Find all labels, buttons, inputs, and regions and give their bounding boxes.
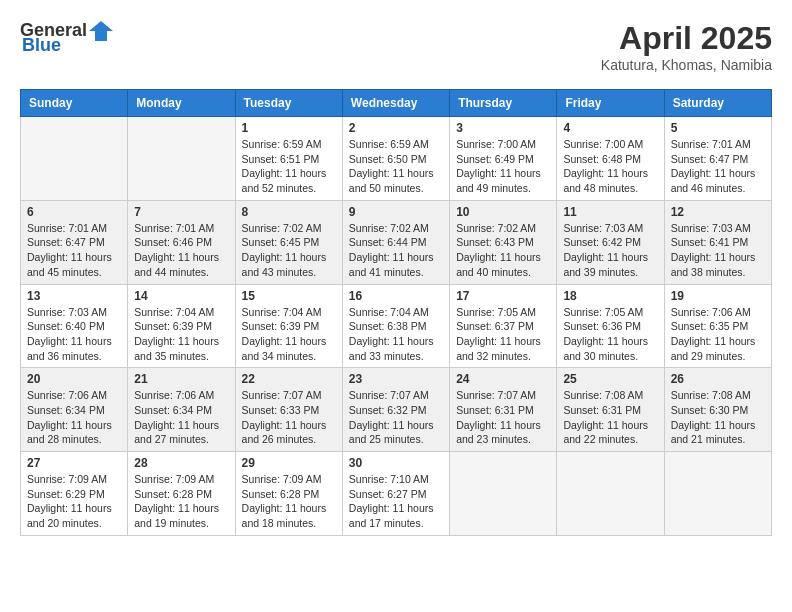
day-number: 10 [456, 205, 550, 219]
day-info: Sunrise: 7:03 AMSunset: 6:40 PMDaylight:… [27, 305, 121, 364]
calendar-cell: 14Sunrise: 7:04 AMSunset: 6:39 PMDayligh… [128, 284, 235, 368]
calendar-cell [128, 117, 235, 201]
calendar-cell: 19Sunrise: 7:06 AMSunset: 6:35 PMDayligh… [664, 284, 771, 368]
day-number: 9 [349, 205, 443, 219]
day-info: Sunrise: 7:02 AMSunset: 6:44 PMDaylight:… [349, 221, 443, 280]
day-info: Sunrise: 7:05 AMSunset: 6:36 PMDaylight:… [563, 305, 657, 364]
day-info: Sunrise: 7:09 AMSunset: 6:29 PMDaylight:… [27, 472, 121, 531]
day-number: 20 [27, 372, 121, 386]
calendar-cell: 21Sunrise: 7:06 AMSunset: 6:34 PMDayligh… [128, 368, 235, 452]
calendar-cell: 29Sunrise: 7:09 AMSunset: 6:28 PMDayligh… [235, 452, 342, 536]
day-info: Sunrise: 7:04 AMSunset: 6:39 PMDaylight:… [134, 305, 228, 364]
day-number: 12 [671, 205, 765, 219]
day-number: 26 [671, 372, 765, 386]
month-title: April 2025 [601, 20, 772, 57]
day-info: Sunrise: 7:01 AMSunset: 6:46 PMDaylight:… [134, 221, 228, 280]
day-number: 28 [134, 456, 228, 470]
calendar-cell: 23Sunrise: 7:07 AMSunset: 6:32 PMDayligh… [342, 368, 449, 452]
calendar-cell: 15Sunrise: 7:04 AMSunset: 6:39 PMDayligh… [235, 284, 342, 368]
calendar-cell: 1Sunrise: 6:59 AMSunset: 6:51 PMDaylight… [235, 117, 342, 201]
week-row-1: 1Sunrise: 6:59 AMSunset: 6:51 PMDaylight… [21, 117, 772, 201]
day-info: Sunrise: 7:00 AMSunset: 6:49 PMDaylight:… [456, 137, 550, 196]
day-number: 18 [563, 289, 657, 303]
day-number: 11 [563, 205, 657, 219]
day-number: 29 [242, 456, 336, 470]
calendar-cell: 3Sunrise: 7:00 AMSunset: 6:49 PMDaylight… [450, 117, 557, 201]
title-section: April 2025 Katutura, Khomas, Namibia [601, 20, 772, 73]
day-info: Sunrise: 7:07 AMSunset: 6:33 PMDaylight:… [242, 388, 336, 447]
page-header: General Blue April 2025 Katutura, Khomas… [20, 20, 772, 73]
day-number: 24 [456, 372, 550, 386]
day-number: 6 [27, 205, 121, 219]
week-row-5: 27Sunrise: 7:09 AMSunset: 6:29 PMDayligh… [21, 452, 772, 536]
calendar-cell [450, 452, 557, 536]
day-info: Sunrise: 7:07 AMSunset: 6:31 PMDaylight:… [456, 388, 550, 447]
day-info: Sunrise: 7:09 AMSunset: 6:28 PMDaylight:… [134, 472, 228, 531]
day-number: 3 [456, 121, 550, 135]
week-row-3: 13Sunrise: 7:03 AMSunset: 6:40 PMDayligh… [21, 284, 772, 368]
day-info: Sunrise: 7:01 AMSunset: 6:47 PMDaylight:… [27, 221, 121, 280]
logo-blue-text: Blue [22, 35, 61, 56]
calendar-cell: 27Sunrise: 7:09 AMSunset: 6:29 PMDayligh… [21, 452, 128, 536]
calendar-cell: 25Sunrise: 7:08 AMSunset: 6:31 PMDayligh… [557, 368, 664, 452]
calendar-cell: 4Sunrise: 7:00 AMSunset: 6:48 PMDaylight… [557, 117, 664, 201]
svg-marker-0 [89, 21, 113, 41]
day-info: Sunrise: 6:59 AMSunset: 6:50 PMDaylight:… [349, 137, 443, 196]
logo-icon [89, 21, 113, 41]
day-number: 23 [349, 372, 443, 386]
calendar-cell: 7Sunrise: 7:01 AMSunset: 6:46 PMDaylight… [128, 200, 235, 284]
day-info: Sunrise: 7:03 AMSunset: 6:41 PMDaylight:… [671, 221, 765, 280]
logo: General Blue [20, 20, 115, 56]
calendar-cell: 26Sunrise: 7:08 AMSunset: 6:30 PMDayligh… [664, 368, 771, 452]
calendar-cell: 11Sunrise: 7:03 AMSunset: 6:42 PMDayligh… [557, 200, 664, 284]
header-sunday: Sunday [21, 90, 128, 117]
day-info: Sunrise: 6:59 AMSunset: 6:51 PMDaylight:… [242, 137, 336, 196]
calendar-cell: 10Sunrise: 7:02 AMSunset: 6:43 PMDayligh… [450, 200, 557, 284]
day-number: 5 [671, 121, 765, 135]
calendar-cell: 8Sunrise: 7:02 AMSunset: 6:45 PMDaylight… [235, 200, 342, 284]
day-number: 15 [242, 289, 336, 303]
day-info: Sunrise: 7:05 AMSunset: 6:37 PMDaylight:… [456, 305, 550, 364]
day-number: 27 [27, 456, 121, 470]
calendar-cell: 12Sunrise: 7:03 AMSunset: 6:41 PMDayligh… [664, 200, 771, 284]
day-info: Sunrise: 7:04 AMSunset: 6:38 PMDaylight:… [349, 305, 443, 364]
day-info: Sunrise: 7:10 AMSunset: 6:27 PMDaylight:… [349, 472, 443, 531]
day-info: Sunrise: 7:00 AMSunset: 6:48 PMDaylight:… [563, 137, 657, 196]
day-number: 8 [242, 205, 336, 219]
calendar-cell: 17Sunrise: 7:05 AMSunset: 6:37 PMDayligh… [450, 284, 557, 368]
day-number: 19 [671, 289, 765, 303]
day-info: Sunrise: 7:06 AMSunset: 6:34 PMDaylight:… [27, 388, 121, 447]
calendar-cell: 22Sunrise: 7:07 AMSunset: 6:33 PMDayligh… [235, 368, 342, 452]
day-number: 7 [134, 205, 228, 219]
calendar-table: Sunday Monday Tuesday Wednesday Thursday… [20, 89, 772, 536]
day-info: Sunrise: 7:02 AMSunset: 6:43 PMDaylight:… [456, 221, 550, 280]
header-friday: Friday [557, 90, 664, 117]
day-number: 21 [134, 372, 228, 386]
week-row-2: 6Sunrise: 7:01 AMSunset: 6:47 PMDaylight… [21, 200, 772, 284]
header-saturday: Saturday [664, 90, 771, 117]
header-tuesday: Tuesday [235, 90, 342, 117]
day-number: 2 [349, 121, 443, 135]
day-number: 13 [27, 289, 121, 303]
day-info: Sunrise: 7:02 AMSunset: 6:45 PMDaylight:… [242, 221, 336, 280]
calendar-cell: 6Sunrise: 7:01 AMSunset: 6:47 PMDaylight… [21, 200, 128, 284]
day-info: Sunrise: 7:06 AMSunset: 6:35 PMDaylight:… [671, 305, 765, 364]
day-number: 25 [563, 372, 657, 386]
header-monday: Monday [128, 90, 235, 117]
calendar-cell: 5Sunrise: 7:01 AMSunset: 6:47 PMDaylight… [664, 117, 771, 201]
day-info: Sunrise: 7:06 AMSunset: 6:34 PMDaylight:… [134, 388, 228, 447]
day-number: 4 [563, 121, 657, 135]
day-info: Sunrise: 7:03 AMSunset: 6:42 PMDaylight:… [563, 221, 657, 280]
calendar-cell: 9Sunrise: 7:02 AMSunset: 6:44 PMDaylight… [342, 200, 449, 284]
calendar-cell: 2Sunrise: 6:59 AMSunset: 6:50 PMDaylight… [342, 117, 449, 201]
calendar-header-row: Sunday Monday Tuesday Wednesday Thursday… [21, 90, 772, 117]
calendar-cell [557, 452, 664, 536]
day-info: Sunrise: 7:01 AMSunset: 6:47 PMDaylight:… [671, 137, 765, 196]
day-number: 30 [349, 456, 443, 470]
calendar-cell: 24Sunrise: 7:07 AMSunset: 6:31 PMDayligh… [450, 368, 557, 452]
calendar-cell [664, 452, 771, 536]
day-number: 22 [242, 372, 336, 386]
header-thursday: Thursday [450, 90, 557, 117]
calendar-cell: 18Sunrise: 7:05 AMSunset: 6:36 PMDayligh… [557, 284, 664, 368]
day-info: Sunrise: 7:08 AMSunset: 6:31 PMDaylight:… [563, 388, 657, 447]
